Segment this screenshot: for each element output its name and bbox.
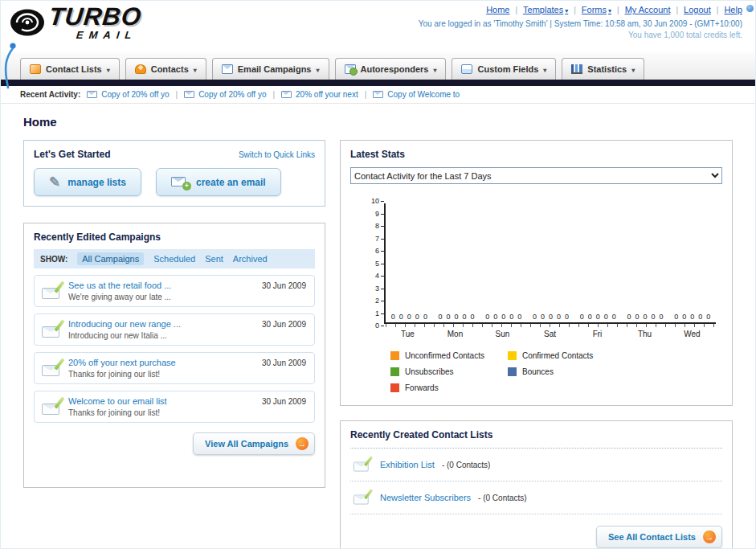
top-link-my-account[interactable]: My Account: [625, 5, 671, 14]
chart-value-label: 0: [391, 313, 395, 321]
legend-label: Unsubscribes: [405, 367, 454, 376]
chart-y-axis: 109876543210: [363, 198, 384, 330]
tab-label: Contact Lists: [46, 64, 102, 74]
chart-value-label: 0: [541, 313, 545, 321]
envelope-icon: [373, 91, 383, 98]
tab-label: Contacts: [151, 64, 189, 74]
top-link-help[interactable]: Help: [724, 5, 742, 14]
recent-activity-item-label: Copy of 20% off yo: [101, 90, 169, 99]
campaign-title-link[interactable]: See us at the retail food ...: [68, 281, 243, 290]
chart-value-label: 0: [493, 313, 497, 321]
top-link-forms[interactable]: Forms: [582, 5, 611, 14]
chart-value-label: 0: [596, 313, 600, 321]
autoresponders-icon: [345, 64, 356, 74]
chart-value-group: 00000: [622, 313, 669, 322]
chart-value-label: 0: [690, 313, 694, 321]
chart-value-label: 0: [485, 313, 489, 321]
tab-email-campaigns[interactable]: Email Campaigns: [212, 58, 329, 80]
legend-swatch: [508, 367, 517, 376]
top-link-templates[interactable]: Templates: [523, 5, 568, 14]
see-all-contact-lists-button[interactable]: See All Contact Lists: [596, 526, 722, 548]
recent-activity-item[interactable]: Copy of 20% off yo: [87, 90, 169, 99]
legend-swatch: [390, 351, 399, 360]
campaign-edit-icon: [42, 398, 63, 416]
contact-list-link[interactable]: Exhibition List: [380, 460, 435, 469]
divider: [676, 5, 679, 14]
top-link-logout[interactable]: Logout: [684, 5, 711, 14]
recent-activity-item[interactable]: Copy of Welcome to: [373, 90, 460, 99]
campaign-subtitle: We're giving away our late ...: [68, 293, 243, 301]
recent-activity-bar: Recent Activity: Copy of 20% off yo Copy…: [1, 86, 755, 104]
chart-value-label: 0: [643, 313, 647, 321]
view-all-campaigns-label: View All Campaigns: [205, 439, 288, 449]
view-all-campaigns-button[interactable]: View All Campaigns: [193, 432, 315, 455]
chevron-down-icon: [316, 64, 319, 74]
contact-list-count: - (0 Contacts): [478, 494, 527, 502]
contact-list-row: Exhibition List - (0 Contacts): [350, 449, 722, 481]
email-campaigns-icon: [222, 64, 233, 74]
campaign-edit-icon: [42, 321, 63, 338]
legend-swatch: [508, 351, 517, 360]
recent-activity-item[interactable]: 20% off your next: [281, 90, 358, 99]
get-started-title: Let's Get Started: [34, 149, 111, 160]
right-column: Latest Stats Contact Activity for the La…: [340, 140, 733, 549]
chart-value-label: 0: [706, 313, 710, 321]
chart-x-labels: TueMonSunSatFriThuWed: [384, 330, 716, 338]
campaign-title-link[interactable]: Introducing our new range ...: [68, 319, 243, 329]
filter-scheduled[interactable]: Scheduled: [153, 254, 195, 264]
chart-value-label: 0: [517, 313, 521, 321]
campaign-title-link[interactable]: Welcome to our email list: [68, 396, 243, 406]
y-axis-tick: 7: [375, 236, 384, 243]
page-title: Home: [23, 115, 733, 129]
switch-quick-links-link[interactable]: Switch to Quick Links: [239, 150, 315, 159]
manage-lists-button[interactable]: ✎ manage lists: [34, 168, 141, 196]
stats-activity-select[interactable]: Contact Activity for the Last 7 Days: [350, 167, 722, 184]
filter-archived[interactable]: Archived: [233, 254, 268, 264]
create-email-button[interactable]: create an email: [156, 168, 281, 196]
filter-all-campaigns[interactable]: All Campaigns: [77, 252, 144, 265]
recent-activity-item-label: 20% off your next: [296, 90, 358, 99]
contact-list-link[interactable]: Newsletter Subscribers: [380, 493, 471, 502]
tab-autoresponders[interactable]: Autoresponders: [335, 58, 447, 80]
campaign-subtitle: Introducing our new Italia ...: [68, 331, 243, 340]
envelope-icon: [184, 91, 194, 98]
campaign-title-link[interactable]: 20% off your next purchase: [68, 358, 243, 367]
chart-value-label: 0: [612, 313, 616, 321]
envelope-plus-icon: [171, 176, 189, 188]
campaign-edit-icon: [42, 282, 63, 300]
y-axis-tick: 5: [375, 260, 384, 268]
contact-activity-chart: 109876543210 000000000000000000000000000…: [363, 203, 716, 392]
main-nav: Contact Lists Contacts Email Campaigns A…: [1, 52, 755, 80]
tab-contact-lists[interactable]: Contact Lists: [20, 58, 120, 80]
list-edit-icon: [353, 490, 371, 506]
contact-lists-title: Recently Created Contact Lists: [350, 429, 722, 449]
recent-activity-item[interactable]: Copy of 20% off yo: [184, 90, 266, 99]
x-axis-label: Thu: [621, 330, 668, 338]
top-link-home[interactable]: Home: [486, 5, 509, 14]
chart-legend: Unconfirmed ContactsConfirmed ContactsUn…: [390, 351, 716, 392]
chart-value-label: 0: [549, 313, 553, 321]
chart-value-label: 0: [533, 313, 537, 321]
app-logo: TURBO EMAIL: [9, 4, 141, 40]
chart-tick-strip: [386, 324, 716, 327]
chart-value-group: 00000: [480, 313, 527, 322]
campaign-row: Introducing our new range ... Introducin…: [34, 313, 315, 346]
chart-value-label: 0: [399, 313, 403, 321]
chart-value-label: 0: [415, 313, 419, 321]
header-right: Home Templates Forms My Account Logout H…: [419, 5, 742, 39]
statistics-icon: [571, 64, 582, 74]
pencil-icon: ✎: [49, 175, 60, 189]
recent-activity-item-label: Copy of Welcome to: [387, 90, 460, 99]
x-axis-label: Tue: [384, 330, 431, 338]
logo-swirl-icon: [9, 7, 46, 38]
tab-contacts[interactable]: Contacts: [125, 58, 206, 80]
recently-created-contact-lists-panel: Recently Created Contact Lists Exhibitio…: [340, 420, 733, 549]
filter-sent[interactable]: Sent: [205, 254, 223, 264]
chart-value-label: 0: [627, 313, 631, 321]
logo-title: TURBO: [47, 4, 142, 29]
tab-statistics[interactable]: Statistics: [562, 58, 644, 80]
top-nav: Home Templates Forms My Account Logout H…: [419, 5, 742, 14]
list-edit-icon: [353, 457, 371, 473]
tab-custom-fields[interactable]: Custom Fields: [452, 58, 556, 80]
chart-value-label: 0: [407, 313, 411, 321]
